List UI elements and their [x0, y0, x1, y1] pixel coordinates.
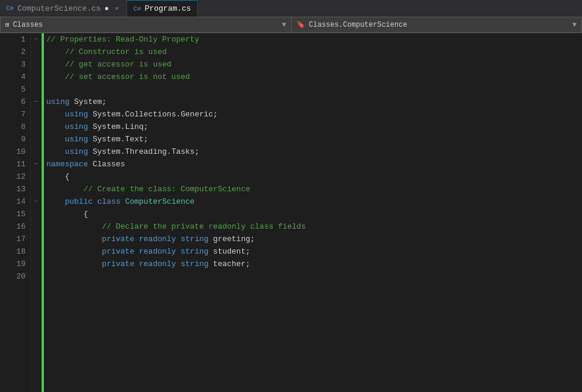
code-line-15: { [46, 208, 582, 220]
line-number-14: 14 [5, 195, 26, 208]
line-number-4: 4 [5, 71, 26, 83]
token: using [65, 146, 88, 158]
dropdown-left-arrow: ▼ [282, 21, 286, 29]
collapse-btn-11[interactable]: − [31, 158, 42, 170]
token: using [65, 133, 88, 146]
token: System.Text; [88, 133, 148, 146]
token: Classes [88, 158, 125, 170]
line-number-6: 6 [5, 96, 26, 108]
collapse-btn-15 [31, 208, 42, 220]
collapse-btn-14[interactable]: − [31, 195, 42, 208]
token: { [83, 208, 88, 220]
code-line-17: private readonly string greeting; [46, 233, 582, 245]
token: // get accessor is used [65, 58, 171, 71]
line-number-2: 2 [5, 46, 26, 58]
line-number-10: 10 [5, 146, 26, 158]
collapse-btn-8 [31, 121, 42, 133]
token: private [102, 258, 135, 270]
code-line-5 [46, 83, 582, 96]
tab-computersciencecs[interactable]: C# ComputerScience.cs ● ✕ [0, 0, 127, 17]
token: private [102, 245, 135, 258]
cs-file-icon2: C# [133, 5, 141, 12]
code-line-16: // Declare the private readonly class fi… [46, 220, 582, 233]
member-dropdown[interactable]: 🔖 Classes.ComputerScience ▼ [291, 17, 582, 33]
token: private [102, 233, 135, 245]
code-line-6: using System; [46, 96, 582, 108]
token: // Constructor is used [65, 46, 167, 58]
code-line-19: private readonly string teacher; [46, 258, 582, 270]
token: System.Collections.Generic; [88, 108, 217, 121]
token: System; [69, 96, 106, 108]
token: greeting; [208, 233, 255, 245]
collapse-btn-3 [31, 58, 42, 71]
token: System.Threading.Tasks; [88, 146, 199, 158]
code-line-20 [46, 270, 582, 283]
tab-modified-icon: ● [105, 4, 109, 13]
collapse-btn-5 [31, 83, 42, 96]
code-line-18: private readonly string student; [46, 245, 582, 258]
line-number-13: 13 [5, 183, 26, 195]
line-number-7: 7 [5, 108, 26, 121]
code-line-12: { [46, 170, 582, 183]
line-number-1: 1 [5, 33, 26, 46]
token: { [65, 170, 69, 183]
token: using [46, 96, 69, 108]
code-line-4: // set accessor is not used [46, 71, 582, 83]
token: readonly [139, 258, 176, 270]
collapse-btn-12 [31, 170, 42, 183]
collapse-btn-4 [31, 71, 42, 83]
collapse-btn-7 [31, 108, 42, 121]
cs-file-icon: C# [6, 5, 14, 12]
collapse-btn-17 [31, 233, 42, 245]
line-number-3: 3 [5, 58, 26, 71]
line-number-8: 8 [5, 121, 26, 133]
token: ComputerScience [125, 195, 195, 208]
line-number-19: 19 [5, 258, 26, 270]
line-number-17: 17 [5, 233, 26, 245]
token [121, 195, 125, 208]
token: string [181, 233, 208, 245]
collapse-btn-16 [31, 220, 42, 233]
code-line-14: public class ComputerScience [46, 195, 582, 208]
token [176, 258, 181, 270]
code-line-1: // Properties: Read-Only Property [46, 33, 582, 46]
tab-programcs[interactable]: C# Program.cs [127, 0, 197, 17]
token: System.Linq; [88, 121, 148, 133]
collapse-btn-2 [31, 46, 42, 58]
token: // Create the class: ComputerScience [83, 183, 250, 195]
token: teacher; [208, 258, 250, 270]
token: namespace [46, 158, 88, 170]
code-line-9: using System.Text; [46, 133, 582, 146]
code-area[interactable]: // Properties: Read-Only Property// Cons… [44, 33, 582, 392]
dropdown-left-label: Classes [13, 21, 43, 29]
dropdown-left-icon: ⊞ [5, 21, 10, 29]
class-dropdown[interactable]: ⊞ Classes ▼ [0, 17, 291, 33]
line-number-12: 12 [5, 170, 26, 183]
title-bar: C# ComputerScience.cs ● ✕ C# Program.cs [0, 0, 582, 17]
collapse-btn-9 [31, 133, 42, 146]
editor: 1234567891011121314151617181920 −−−− // … [0, 33, 582, 392]
collapse-btn-6[interactable]: − [31, 96, 42, 108]
token [176, 233, 181, 245]
tab-label-cs: ComputerScience.cs [17, 4, 100, 13]
token: string [181, 258, 208, 270]
token [134, 233, 139, 245]
code-line-3: // get accessor is used [46, 58, 582, 71]
line-numbers: 1234567891011121314151617181920 [0, 33, 31, 392]
collapse-btn-1[interactable]: − [31, 33, 42, 46]
token: class [97, 195, 121, 208]
collapse-btn-20 [31, 270, 42, 283]
line-number-16: 16 [5, 220, 26, 233]
token: using [65, 108, 88, 121]
collapse-btn-18 [31, 245, 42, 258]
token: using [65, 121, 88, 133]
token: // set accessor is not used [65, 71, 190, 83]
code-line-7: using System.Collections.Generic; [46, 108, 582, 121]
line-number-20: 20 [5, 270, 26, 283]
token [93, 195, 97, 208]
token: // Declare the private readonly class fi… [102, 220, 306, 233]
token [134, 245, 139, 258]
line-number-18: 18 [5, 245, 26, 258]
tab-close-cs[interactable]: ✕ [112, 4, 121, 12]
line-number-11: 11 [5, 158, 26, 170]
